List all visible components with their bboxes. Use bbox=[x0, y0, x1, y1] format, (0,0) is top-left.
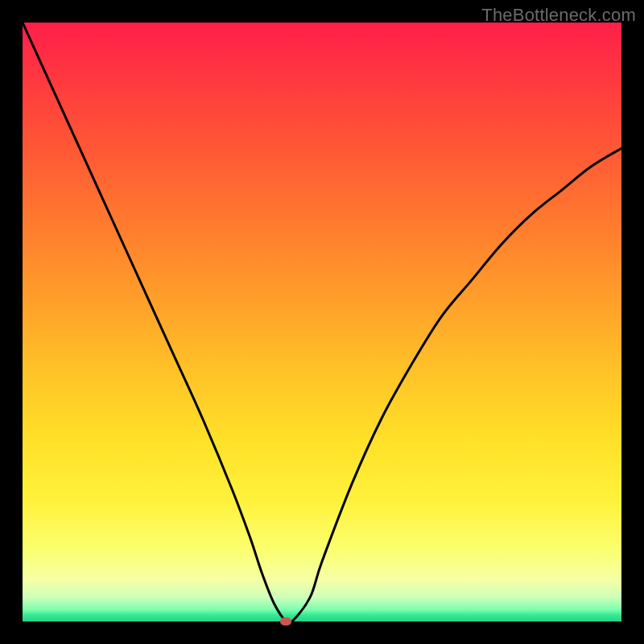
optimum-marker bbox=[280, 617, 291, 625]
plot-area bbox=[23, 23, 621, 621]
watermark-text: TheBottleneck.com bbox=[481, 5, 636, 26]
bottleneck-curve bbox=[23, 23, 621, 621]
chart-frame: TheBottleneck.com bbox=[0, 0, 644, 644]
